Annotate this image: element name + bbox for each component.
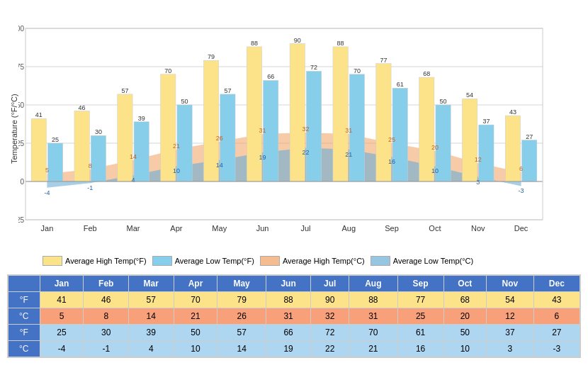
svg-text:25: 25 [52, 136, 59, 143]
legend-color [371, 256, 390, 266]
chart-svg: -250255075100414657707988908877685443253… [18, 7, 557, 248]
cell-value: 6 [533, 308, 579, 325]
table-row: °F253039505766727061503727 [9, 325, 580, 341]
svg-text:88: 88 [251, 40, 258, 47]
svg-rect-30 [419, 77, 434, 181]
svg-text:100: 100 [18, 25, 24, 33]
row-label: °C [9, 341, 40, 357]
cell-value: 25 [397, 308, 443, 325]
svg-text:79: 79 [208, 53, 215, 60]
svg-rect-58 [522, 140, 537, 181]
cell-value: 88 [349, 292, 397, 308]
cell-value: 39 [129, 325, 174, 341]
table-row: °C-4-14101419222116103-3 [9, 341, 580, 357]
svg-text:10: 10 [431, 167, 439, 174]
cell-value: 41 [40, 292, 84, 308]
cell-value: 14 [217, 341, 266, 357]
svg-text:-4: -4 [44, 189, 50, 196]
svg-text:57: 57 [121, 87, 128, 94]
svg-rect-26 [333, 47, 348, 181]
table-header: Jun [266, 276, 311, 292]
cell-value: 32 [311, 308, 349, 325]
svg-text:10: 10 [173, 167, 180, 174]
svg-text:20: 20 [431, 144, 439, 151]
svg-text:19: 19 [259, 154, 266, 161]
svg-rect-32 [462, 99, 477, 181]
svg-rect-52 [392, 88, 407, 181]
legend-item: Average High Temp(°F) [43, 256, 147, 266]
data-table: JanFebMarAprMayJunJulAugSepOctNovDec°F41… [7, 274, 581, 358]
svg-text:Nov: Nov [471, 224, 485, 233]
cell-value: 61 [397, 325, 443, 341]
chart-area: Temperature (°F/°C) -2502550751004146577… [7, 7, 581, 250]
cell-value: 50 [174, 325, 217, 341]
cell-value: 57 [217, 325, 266, 341]
legend-label: Average High Temp(°F) [65, 257, 147, 265]
table-header: Jul [311, 276, 349, 292]
svg-text:Dec: Dec [514, 224, 528, 233]
svg-text:Feb: Feb [84, 224, 97, 233]
cell-value: 46 [84, 292, 129, 308]
svg-rect-18 [161, 74, 176, 181]
table-header: May [217, 276, 266, 292]
svg-text:14: 14 [130, 153, 137, 160]
svg-rect-38 [91, 135, 106, 181]
svg-text:16: 16 [388, 158, 395, 165]
svg-text:88: 88 [337, 40, 344, 47]
svg-rect-12 [31, 118, 46, 181]
cell-value: 66 [266, 325, 311, 341]
svg-text:77: 77 [380, 57, 387, 64]
cell-value: 27 [533, 325, 579, 341]
legend-item: Average High Temp(°C) [260, 256, 365, 266]
legend-label: Average Low Temp(°C) [393, 257, 473, 265]
svg-text:70: 70 [354, 67, 361, 74]
svg-rect-24 [290, 44, 305, 181]
cell-value: 25 [40, 325, 84, 341]
svg-text:72: 72 [310, 64, 317, 71]
svg-text:5: 5 [45, 167, 49, 174]
cell-value: 54 [487, 292, 534, 308]
table-header [9, 276, 40, 292]
svg-text:27: 27 [526, 133, 533, 140]
cell-value: 90 [311, 292, 349, 308]
cell-value: 31 [266, 308, 311, 325]
table-header: Sep [397, 276, 443, 292]
svg-text:May: May [212, 224, 227, 233]
svg-text:8: 8 [89, 162, 92, 169]
table-header: Jan [40, 276, 84, 292]
cell-value: 26 [217, 308, 266, 325]
svg-text:Jul: Jul [300, 224, 310, 233]
cell-value: 70 [349, 325, 397, 341]
legend-color [260, 256, 280, 266]
svg-text:31: 31 [345, 127, 352, 134]
svg-text:50: 50 [181, 98, 188, 105]
cell-value: 57 [129, 292, 174, 308]
svg-text:Jan: Jan [41, 224, 54, 233]
svg-text:57: 57 [224, 87, 231, 94]
cell-value: 10 [443, 341, 486, 357]
legend-label: Average High Temp(°C) [283, 257, 365, 265]
svg-text:12: 12 [475, 156, 482, 163]
legend-color [152, 256, 172, 266]
cell-value: -1 [84, 341, 129, 357]
cell-value: 21 [349, 341, 397, 357]
svg-text:Oct: Oct [429, 224, 441, 233]
svg-rect-34 [505, 116, 520, 181]
svg-text:14: 14 [216, 162, 223, 169]
table-row: °F414657707988908877685443 [9, 292, 580, 308]
svg-text:37: 37 [482, 118, 490, 125]
svg-text:90: 90 [294, 37, 301, 44]
svg-text:39: 39 [138, 115, 145, 122]
chart-inner: -250255075100414657707988908877685443253… [18, 7, 581, 250]
cell-value: 20 [443, 308, 486, 325]
svg-text:31: 31 [259, 127, 266, 134]
cell-value: 37 [487, 325, 534, 341]
svg-text:3: 3 [476, 179, 480, 186]
svg-text:6: 6 [519, 165, 523, 172]
cell-value: 14 [129, 308, 174, 325]
svg-text:66: 66 [267, 73, 274, 80]
row-label: °F [9, 292, 40, 308]
cell-value: 10 [174, 341, 217, 357]
table-header: Nov [487, 276, 534, 292]
svg-text:Mar: Mar [127, 224, 140, 233]
